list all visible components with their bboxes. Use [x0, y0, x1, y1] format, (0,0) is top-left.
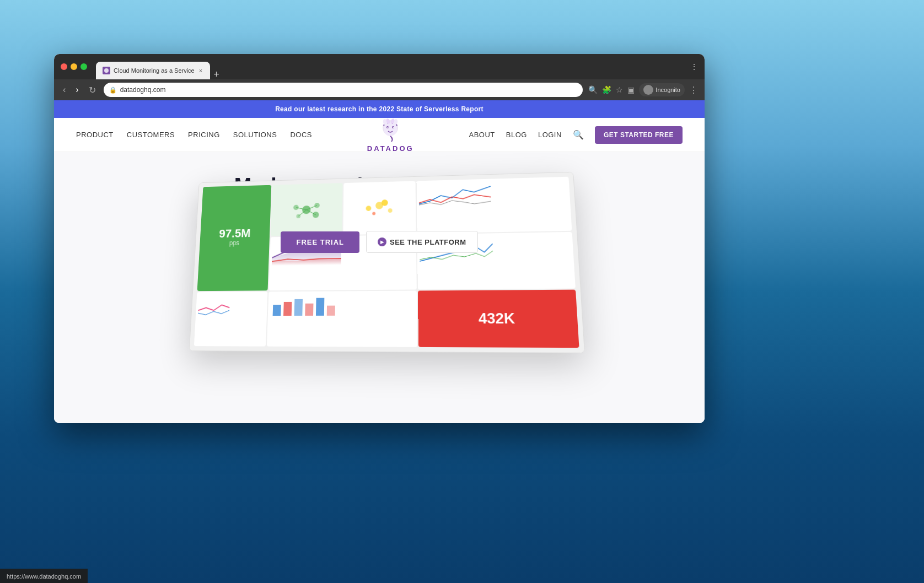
- node-map-chart: [291, 199, 323, 220]
- dashboard-grid: 97.5M pps: [190, 172, 584, 353]
- svg-point-9: [388, 127, 389, 128]
- svg-point-0: [104, 68, 109, 73]
- line-chart-svg: [419, 181, 492, 207]
- metric-unit-green: pps: [229, 240, 240, 247]
- hero-buttons: FREE TRIAL ▶ SEE THE PLATFORM: [281, 231, 477, 253]
- svg-point-23: [372, 212, 375, 215]
- line-chart-top: [417, 177, 572, 234]
- svg-point-12: [293, 204, 299, 210]
- see-platform-label: SEE THE PLATFORM: [390, 238, 466, 246]
- svg-rect-26: [283, 302, 292, 316]
- logo-icon: [377, 117, 404, 143]
- extensions-icon[interactable]: 🧩: [602, 85, 611, 94]
- profile-button[interactable]: Incognito: [639, 83, 685, 96]
- lock-icon: 🔒: [109, 87, 117, 94]
- bar-chart-svg: [270, 293, 341, 316]
- nav-customers[interactable]: CUSTOMERS: [127, 131, 175, 139]
- maximize-window-button[interactable]: [80, 63, 87, 70]
- nav-product[interactable]: PRODUCT: [76, 131, 114, 139]
- tab-favicon: [103, 67, 110, 74]
- close-window-button[interactable]: [61, 63, 67, 70]
- address-bar-row: ‹ › ↻ 🔒 datadoghq.com 🔍 🧩 ☆ ▣ Incognito …: [54, 79, 705, 100]
- small-chart-svg-1: [198, 294, 230, 316]
- svg-rect-30: [327, 305, 335, 315]
- svg-point-24: [382, 199, 388, 206]
- play-icon: ▶: [378, 237, 386, 246]
- nav-about[interactable]: ABOUT: [469, 131, 495, 139]
- back-button[interactable]: ‹: [61, 84, 68, 96]
- new-tab-button[interactable]: +: [213, 69, 219, 79]
- free-trial-button[interactable]: FREE TRIAL: [281, 231, 359, 253]
- active-tab[interactable]: Cloud Monitoring as a Service ×: [96, 62, 210, 79]
- logo[interactable]: DATADOG: [367, 117, 414, 153]
- scatter-chart: [361, 195, 399, 222]
- svg-rect-25: [272, 305, 281, 316]
- minimize-window-button[interactable]: [71, 63, 77, 70]
- bookmark-icon[interactable]: ☆: [616, 85, 623, 94]
- more-options-icon[interactable]: ⋮: [690, 62, 698, 71]
- nav-pricing[interactable]: PRICING: [188, 131, 220, 139]
- svg-rect-27: [294, 299, 302, 315]
- metric-cell-green: 97.5M pps: [197, 185, 271, 291]
- small-chart-1: [194, 292, 267, 347]
- see-platform-button[interactable]: ▶ SEE THE PLATFORM: [366, 231, 477, 253]
- nav-solutions[interactable]: SOLUTIONS: [233, 131, 277, 139]
- bar-chart-cell: [267, 290, 418, 347]
- browser-window: Cloud Monitoring as a Service × + ⋮ ‹ › …: [54, 54, 705, 423]
- nav-docs[interactable]: DOCS: [290, 131, 312, 139]
- search-icon[interactable]: 🔍: [588, 85, 598, 94]
- forward-button[interactable]: ›: [73, 84, 80, 96]
- logo-text: DATADOG: [367, 144, 414, 153]
- get-started-button[interactable]: GET STARTED FREE: [595, 126, 683, 144]
- scatter-plot-cell: [343, 181, 416, 235]
- node-map-cell: [271, 183, 342, 236]
- browser-controls-right: ⋮: [690, 62, 698, 71]
- search-icon[interactable]: 🔍: [573, 129, 584, 140]
- svg-rect-29: [316, 298, 324, 315]
- address-bar-right-icons: 🔍 🧩 ☆ ▣ Incognito ⋮: [588, 83, 698, 96]
- metric-value-green: 97.5M: [219, 228, 251, 240]
- metric-value-red: 432K: [478, 310, 515, 328]
- nav-login[interactable]: LOGIN: [538, 131, 562, 139]
- banner-text: Read our latest research in the 2022 Sta…: [275, 105, 484, 113]
- tab-bar: Cloud Monitoring as a Service × +: [96, 54, 686, 79]
- browser-menu-button[interactable]: ⋮: [689, 85, 698, 95]
- reload-button[interactable]: ↻: [87, 84, 98, 96]
- tab-close-button[interactable]: ×: [198, 66, 203, 75]
- hero-section: Modern monitoring & security See inside …: [54, 152, 705, 423]
- address-text: datadoghq.com: [120, 86, 166, 94]
- status-url: https://www.datadoghq.com: [7, 573, 81, 580]
- traffic-lights: [61, 63, 87, 70]
- tab-sidebar-icon[interactable]: ▣: [627, 85, 635, 94]
- status-bar: https://www.datadoghq.com: [0, 569, 88, 583]
- svg-point-20: [366, 206, 372, 211]
- tab-title: Cloud Monitoring as a Service: [114, 67, 195, 74]
- address-bar[interactable]: 🔒 datadoghq.com: [104, 83, 583, 97]
- website-content: Read our latest research in the 2022 Sta…: [54, 100, 705, 423]
- nav-links-left: PRODUCT CUSTOMERS PRICING SOLUTIONS DOCS: [76, 131, 312, 139]
- svg-point-10: [393, 127, 394, 128]
- announcement-banner[interactable]: Read our latest research in the 2022 Sta…: [54, 100, 705, 118]
- svg-rect-28: [305, 303, 313, 315]
- nav-links-right: ABOUT BLOG LOGIN 🔍 GET STARTED FREE: [469, 126, 683, 144]
- svg-point-22: [388, 208, 393, 213]
- main-nav: PRODUCT CUSTOMERS PRICING SOLUTIONS DOCS: [54, 118, 705, 152]
- avatar: [643, 85, 653, 95]
- profile-name: Incognito: [656, 87, 680, 93]
- browser-chrome: Cloud Monitoring as a Service × + ⋮: [54, 54, 705, 79]
- nav-blog[interactable]: BLOG: [506, 131, 527, 139]
- dashboard-mockup: 97.5M pps: [189, 172, 585, 353]
- metric-cell-red: 432K: [418, 289, 579, 348]
